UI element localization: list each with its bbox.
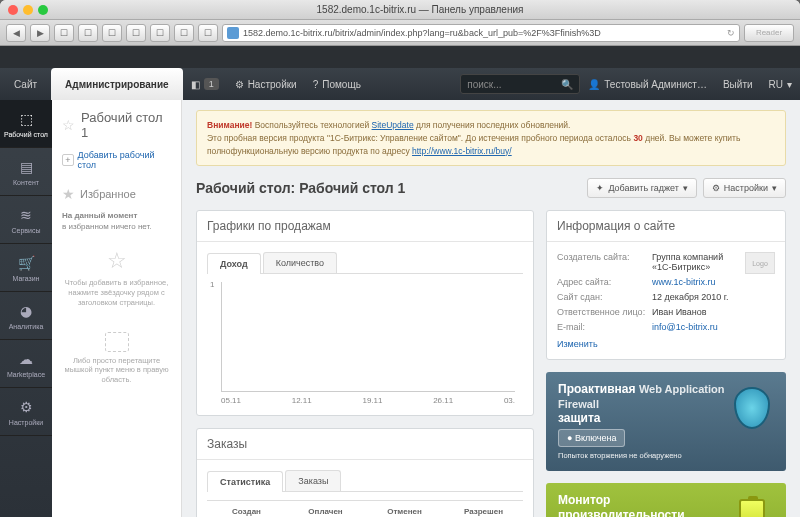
window-maximize-button[interactable] (38, 5, 48, 15)
add-desk-link[interactable]: + Добавить рабочий стол (62, 150, 171, 170)
fav-hint-star: ☆ Чтобы добавить в избранное, нажмите зв… (62, 240, 171, 315)
dashed-box-icon (105, 332, 129, 352)
content-icon: ▤ (17, 158, 35, 176)
nav-admin-tab[interactable]: Администрирование (51, 68, 183, 100)
star-icon[interactable]: ☆ (62, 117, 75, 133)
browser-tabs (0, 46, 800, 68)
services-icon: ≋ (17, 206, 35, 224)
sidebar-item-content[interactable]: ▤Контент (0, 148, 52, 196)
top-nav: Сайт Администрирование ◧ 1 ⚙ Настройки ?… (0, 68, 800, 100)
toolbar-button[interactable]: ☐ (150, 24, 170, 42)
widget-title: Информация о сайте (547, 211, 785, 242)
favorites-title: ★ Избранное (62, 186, 171, 202)
help-icon: ? (313, 79, 319, 90)
sidebar-item-services[interactable]: ≋Сервисы (0, 196, 52, 244)
buy-link[interactable]: http://www.1c-bitrix.ru/buy/ (412, 146, 512, 156)
sidebar-item-marketplace[interactable]: ☁Marketplace (0, 340, 52, 388)
alert-banner: Внимание! Воспользуйтесь технологией Sit… (196, 110, 786, 166)
notif-count: 1 (204, 78, 219, 90)
star-icon: ★ (62, 186, 75, 202)
plus-icon: + (62, 154, 74, 166)
toolbar-button[interactable]: ☐ (78, 24, 98, 42)
url-text: 1582.demo.1c-bitrix.ru/bitrix/admin/inde… (243, 28, 601, 38)
widget-title: Графики по продажам (197, 211, 533, 242)
sales-chart-widget: Графики по продажам Доход Количество 1 (196, 210, 534, 416)
page-title: Рабочий стол: Рабочий стол 1 (196, 180, 581, 196)
sidebar-item-desktop[interactable]: ⬚Рабочий стол (0, 100, 52, 148)
bookmark-icon: ◧ (191, 79, 200, 90)
toolbar-button[interactable]: ☐ (174, 24, 194, 42)
cart-icon: 🛒 (17, 254, 35, 272)
add-gadget-button[interactable]: ✦Добавить гаджет▾ (587, 178, 696, 198)
shield-icon (730, 382, 774, 434)
search-input[interactable]: поиск... 🔍 (460, 74, 580, 94)
logout-link[interactable]: Выйти (715, 79, 761, 90)
sales-chart: 1 (221, 282, 515, 392)
desk-title: ☆ Рабочий стол 1 (62, 110, 171, 140)
favicon (227, 27, 239, 39)
tab-quantity[interactable]: Количество (263, 252, 337, 273)
toolbar-button[interactable]: ☐ (126, 24, 146, 42)
tab-income[interactable]: Доход (207, 253, 261, 274)
security-desc: Попыток вторжения не обнаружено (558, 451, 730, 461)
forward-button[interactable]: ▶ (30, 24, 50, 42)
orders-widget: Заказы Статистика Заказы Создан Оплачен (196, 428, 534, 517)
window-title: 1582.demo.1c-bitrix.ru — Панель управлен… (48, 4, 792, 15)
chart-icon: ◕ (17, 302, 35, 320)
search-icon: 🔍 (561, 79, 573, 90)
favorites-empty: На данный момент в избранном ничего нет. (62, 210, 171, 232)
fav-hint-drag: Либо просто перетащите мышкой пункт меню… (62, 316, 171, 393)
reader-button[interactable]: Reader (744, 24, 794, 42)
star-outline-icon: ☆ (62, 248, 171, 274)
toolbar-button[interactable]: ☐ (54, 24, 74, 42)
user-icon: 👤 (588, 79, 600, 90)
url-bar[interactable]: 1582.demo.1c-bitrix.ru/bitrix/admin/inde… (222, 24, 740, 42)
security-status-button[interactable]: ● Включена (558, 429, 625, 447)
toolbar-button[interactable]: ☐ (198, 24, 218, 42)
tab-orders[interactable]: Заказы (285, 470, 341, 491)
sparkle-icon: ✦ (596, 183, 604, 193)
x-axis: 05.11 12.11 19.11 26.11 03. (207, 392, 523, 405)
browser-toolbar: ◀ ▶ ☐ ☐ ☐ ☐ ☐ ☐ ☐ 1582.demo.1c-bitrix.ru… (0, 20, 800, 46)
performance-card: Монитор производительности ▶ Проверить О… (546, 483, 786, 517)
sidebar: ⬚Рабочий стол ▤Контент ≋Сервисы 🛒Магазин… (0, 100, 52, 517)
siteupdate-link[interactable]: SiteUpdate (372, 120, 414, 130)
gear-icon: ⚙ (712, 183, 720, 193)
site-url-link[interactable]: www.1c-bitrix.ru (652, 277, 716, 287)
site-info-widget: Информация о сайте Logo Создатель сайта:… (546, 210, 786, 360)
chevron-down-icon: ▾ (683, 183, 688, 193)
dash-settings-button[interactable]: ⚙Настройки▾ (703, 178, 786, 198)
sidebar-item-store[interactable]: 🛒Магазин (0, 244, 52, 292)
nav-settings[interactable]: ⚙ Настройки (227, 79, 305, 90)
lang-switcher[interactable]: RU ▾ (761, 79, 800, 90)
widget-title: Заказы (197, 429, 533, 460)
back-button[interactable]: ◀ (6, 24, 26, 42)
desktop-icon: ⬚ (17, 110, 35, 128)
security-card: Проактивная Web Application Firewall защ… (546, 372, 786, 471)
cloud-icon: ☁ (17, 350, 35, 368)
gear-icon: ⚙ (17, 398, 35, 416)
sidebar-item-analytics[interactable]: ◕Аналитика (0, 292, 52, 340)
email-link[interactable]: info@1c-bitrix.ru (652, 322, 718, 332)
gear-icon: ⚙ (235, 79, 244, 90)
y-tick: 1 (210, 280, 214, 289)
nav-site-tab[interactable]: Сайт (0, 68, 51, 100)
sidebar-item-settings[interactable]: ⚙Настройки (0, 388, 52, 436)
orders-columns: Создан Оплачен Отменен Разрешен (207, 500, 523, 516)
nav-help[interactable]: ? Помощь (305, 79, 369, 90)
toolbar-button[interactable]: ☐ (102, 24, 122, 42)
left-panel: ☆ Рабочий стол 1 + Добавить рабочий стол… (52, 100, 182, 517)
notifications[interactable]: ◧ 1 (183, 78, 227, 90)
battery-icon (730, 493, 774, 517)
window-minimize-button[interactable] (23, 5, 33, 15)
edit-link[interactable]: Изменить (557, 339, 598, 349)
tab-stats[interactable]: Статистика (207, 471, 283, 492)
mac-titlebar: 1582.demo.1c-bitrix.ru — Панель управлен… (0, 0, 800, 20)
logo-placeholder: Logo (745, 252, 775, 274)
window-close-button[interactable] (8, 5, 18, 15)
chevron-down-icon: ▾ (772, 183, 777, 193)
user-menu[interactable]: 👤 Тестовый Админист… (580, 79, 715, 90)
